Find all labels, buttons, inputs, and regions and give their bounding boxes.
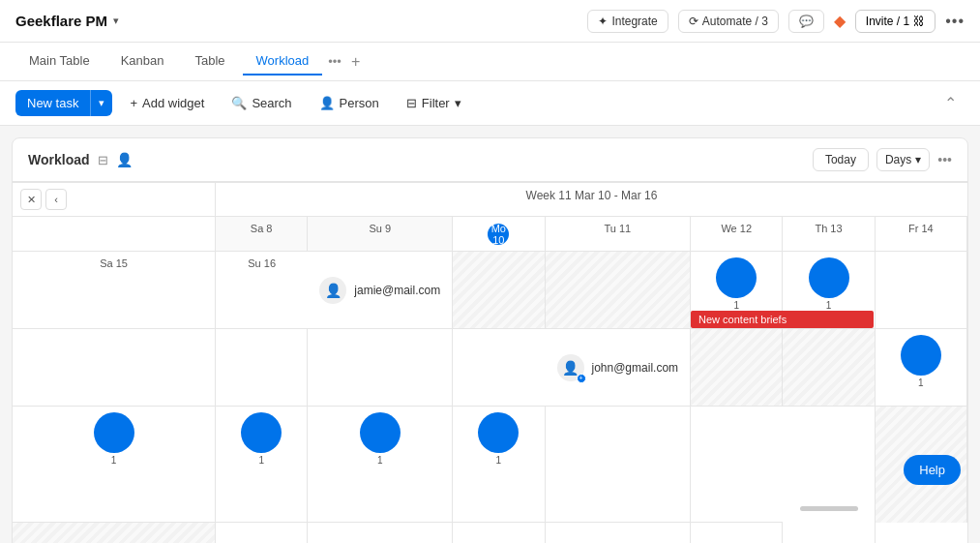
task-dot-john-mo10 <box>901 335 941 376</box>
add-tab-button[interactable]: + <box>345 49 366 75</box>
john-sa15-cell[interactable] <box>546 407 692 523</box>
person-icon: 👤 <box>319 96 335 110</box>
filter-button[interactable]: ⊟ Filter ▾ <box>397 91 471 115</box>
day-header-sa8: Sa 8 <box>216 217 308 252</box>
days-select[interactable]: Days ▾ <box>876 148 930 171</box>
day-header-th13: Th 13 <box>783 217 875 252</box>
tab-more-dots[interactable]: ••• <box>328 54 342 69</box>
task-dot-john-fr14 <box>478 412 519 453</box>
workload-person-icon[interactable]: 👤 <box>116 152 133 167</box>
more-options-icon[interactable]: ••• <box>945 13 965 30</box>
tab-main-table[interactable]: Main Table <box>15 47 104 75</box>
tab-workload-label: Workload <box>256 53 310 68</box>
john-fr14-task: 1 <box>453 407 544 466</box>
automate-label: Automate / 3 <box>702 15 768 28</box>
nav-left: Geekflare PM ▾ <box>15 13 119 29</box>
chat-icon: 💬 <box>799 15 814 28</box>
john-sa8-cell[interactable] <box>691 329 783 407</box>
workload-panel: Workload ⊟ 👤 Today Days ▾ ••• ✕ ‹ <box>12 137 968 543</box>
jamie-tu11-task: 1 <box>783 252 874 311</box>
empty-tu11 <box>308 523 453 543</box>
filter-label: Filter <box>422 96 450 110</box>
john-mo10-task: 1 <box>876 329 966 388</box>
john-fr14-cell[interactable]: 1 <box>453 407 545 523</box>
content-brief-bar: New content briefs <box>691 311 874 328</box>
today-button[interactable]: Today <box>813 148 869 171</box>
person-email-jamie: jamie@mail.com <box>354 284 440 297</box>
person-filter-button[interactable]: 👤 Person <box>310 91 389 115</box>
john-th13-cell[interactable]: 1 <box>308 407 453 523</box>
workload-filter-icon[interactable]: ⊟ <box>98 153 108 167</box>
tab-table-label: Table <box>194 53 224 68</box>
invite-label: Invite / 1 <box>866 15 909 28</box>
jamie-sa15-cell[interactable] <box>308 329 453 407</box>
new-task-group: New task ▾ <box>15 90 112 116</box>
task-dot-john-th13 <box>360 412 401 453</box>
new-task-dropdown-button[interactable]: ▾ <box>90 90 112 116</box>
help-button[interactable]: Help <box>904 455 961 485</box>
scroll-handle[interactable] <box>800 506 858 511</box>
jamie-mo10-cell[interactable]: 1 New content briefs <box>691 252 783 329</box>
jamie-th13-cell[interactable] <box>13 329 216 407</box>
geekflare-logo-icon: ◆ <box>834 12 846 30</box>
add-widget-icon: + <box>130 96 137 110</box>
task-dot-jamie-mo10 <box>716 257 757 298</box>
filter-icon: ⊟ <box>406 96 417 110</box>
top-navigation: Geekflare PM ▾ ✦ Integrate ⟳ Automate / … <box>0 0 980 43</box>
week-nav-arrows: ✕ ‹ <box>20 189 67 210</box>
chat-button[interactable]: 💬 <box>788 10 824 33</box>
day-header-tu11: Tu 11 <box>546 217 692 252</box>
avatar-john: 👤 + <box>557 354 584 381</box>
workload-title: Workload <box>28 152 90 167</box>
calendar-grid: ✕ ‹ Week 11 Mar 10 - Mar 16 Sa 8 Su 9 <box>13 182 967 543</box>
empty-su16 <box>876 523 967 543</box>
day-header-su16: Su 16 <box>216 252 308 329</box>
person-label: Person <box>340 96 379 110</box>
john-su9-cell[interactable] <box>783 329 875 407</box>
tab-table[interactable]: Table <box>181 47 238 75</box>
john-tu11-cell[interactable]: 1 <box>13 407 216 523</box>
john-we12-task: 1 <box>216 407 307 466</box>
john-su16-cell[interactable] <box>691 407 783 523</box>
avatar-jamie: 👤 <box>319 277 346 304</box>
days-chevron-icon: ▾ <box>915 153 921 166</box>
nav-right: ✦ Integrate ⟳ Automate / 3 💬 ◆ Invite / … <box>587 10 965 33</box>
empty-fr14 <box>691 523 783 543</box>
jamie-su9-cell[interactable] <box>546 252 692 329</box>
tab-main-table-label: Main Table <box>29 53 90 68</box>
empty-mo10 <box>216 523 308 543</box>
jamie-su16-cell[interactable] <box>453 329 545 407</box>
automate-button[interactable]: ⟳ Automate / 3 <box>678 10 779 33</box>
empty-we12 <box>453 523 545 543</box>
add-widget-button[interactable]: + Add widget <box>120 91 214 115</box>
jamie-sa8-cell[interactable] <box>453 252 545 329</box>
search-icon: 🔍 <box>231 96 247 110</box>
invite-button[interactable]: Invite / 1 ⛓ <box>855 10 935 33</box>
prev-week-button[interactable]: ✕ <box>20 189 42 210</box>
collapse-toolbar-icon[interactable]: ⌃ <box>936 90 965 116</box>
tab-workload[interactable]: Workload <box>243 47 323 75</box>
next-week-button[interactable]: ‹ <box>45 189 67 210</box>
john-we12-cell[interactable]: 1 <box>216 407 308 523</box>
new-task-label: New task <box>27 96 78 110</box>
empty-su9 <box>13 523 216 543</box>
day-header-placeholder <box>13 217 216 252</box>
john-th13-task: 1 <box>308 407 452 466</box>
integrate-button[interactable]: ✦ Integrate <box>587 10 668 33</box>
search-label: Search <box>252 96 291 110</box>
new-task-button[interactable]: New task <box>15 90 90 116</box>
jamie-fr14-cell[interactable] <box>216 329 308 407</box>
days-label: Days <box>885 153 911 166</box>
tab-kanban[interactable]: Kanban <box>107 47 178 75</box>
day-header-su9: Su 9 <box>308 217 453 252</box>
jamie-we12-cell[interactable] <box>876 252 967 329</box>
search-button[interactable]: 🔍 Search <box>222 91 301 115</box>
workload-more-icon[interactable]: ••• <box>937 152 952 167</box>
task-dot-john-tu11 <box>94 412 134 453</box>
day-header-we12: We 12 <box>691 217 783 252</box>
app-menu-chevron[interactable]: ▾ <box>113 15 119 27</box>
avatar-badge-john: + <box>577 374 586 383</box>
empty-th13 <box>546 523 692 543</box>
john-mo10-cell[interactable]: 1 <box>876 329 967 407</box>
empty-left-cell <box>783 407 875 523</box>
